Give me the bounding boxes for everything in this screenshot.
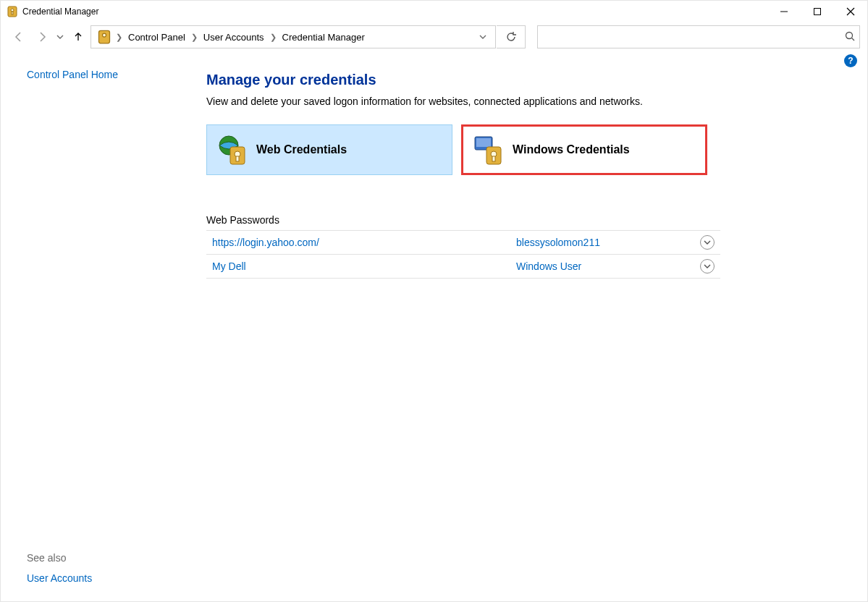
web-credentials-label: Web Credentials [256, 143, 347, 156]
svg-rect-16 [476, 138, 491, 147]
search-box[interactable] [537, 25, 860, 48]
search-icon [845, 31, 855, 43]
svg-line-10 [852, 38, 855, 41]
page-subtext: View and delete your saved logon informa… [206, 96, 850, 107]
windows-credentials-label: Windows Credentials [513, 143, 630, 156]
web-credentials-tile[interactable]: Web Credentials [206, 124, 452, 175]
credential-manager-icon [97, 30, 111, 44]
titlebar: Credential Manager [1, 1, 867, 22]
help-button[interactable]: ? [844, 54, 857, 67]
forward-button[interactable] [31, 26, 53, 48]
breadcrumb-user-accounts[interactable]: User Accounts [199, 32, 269, 43]
breadcrumb-separator: ❯ [114, 33, 124, 42]
breadcrumb-root[interactable]: Control Panel [124, 32, 190, 43]
window-title: Credential Manager [22, 7, 98, 17]
web-passwords-header: Web Passwords [206, 210, 720, 230]
credential-site: My Dell [212, 260, 516, 272]
svg-rect-4 [814, 9, 821, 15]
window-controls [767, 1, 867, 22]
breadcrumb-separator: ❯ [269, 33, 278, 42]
minimize-button[interactable] [767, 1, 801, 22]
svg-rect-14 [236, 156, 239, 161]
svg-point-9 [846, 32, 853, 38]
svg-rect-2 [12, 12, 13, 14]
expand-button[interactable] [700, 235, 715, 250]
credential-manager-icon [7, 6, 18, 17]
svg-rect-19 [492, 156, 495, 161]
user-accounts-link[interactable]: User Accounts [27, 572, 189, 584]
see-also-label: See also [27, 552, 189, 564]
web-credentials-icon [216, 132, 250, 167]
windows-credentials-tile[interactable]: Windows Credentials [461, 124, 707, 175]
svg-point-1 [11, 9, 14, 12]
breadcrumb-separator: ❯ [190, 33, 199, 42]
credential-user: Windows User [516, 260, 700, 272]
svg-point-8 [103, 33, 106, 37]
address-bar-dropdown[interactable] [473, 31, 492, 43]
maximize-button[interactable] [801, 1, 834, 22]
up-button[interactable] [67, 26, 89, 48]
breadcrumb-credential-manager[interactable]: Credential Manager [278, 32, 369, 43]
back-button[interactable] [8, 26, 30, 48]
control-panel-home-link[interactable]: Control Panel Home [27, 69, 189, 80]
address-bar[interactable]: ❯ Control Panel ❯ User Accounts ❯ Creden… [90, 25, 496, 48]
credential-row[interactable]: My Dell Windows User [206, 254, 720, 279]
credentials-list: Web Passwords https://login.yahoo.com/ b… [206, 210, 720, 279]
recent-locations-button[interactable] [54, 33, 66, 41]
sidebar: Control Panel Home See also User Account… [1, 51, 189, 601]
expand-button[interactable] [700, 259, 715, 274]
nav-row: ❯ Control Panel ❯ User Accounts ❯ Creden… [1, 22, 867, 51]
credential-user: blessysolomon211 [516, 237, 700, 248]
page-heading: Manage your credentials [206, 72, 850, 88]
credential-row[interactable]: https://login.yahoo.com/ blessysolomon21… [206, 230, 720, 254]
windows-credentials-icon [472, 132, 507, 167]
body: ? Control Panel Home See also User Accou… [1, 51, 867, 601]
refresh-button[interactable] [497, 25, 526, 48]
main-content: Manage your credentials View and delete … [189, 51, 867, 601]
credential-site: https://login.yahoo.com/ [212, 237, 516, 248]
close-button[interactable] [834, 1, 867, 22]
credential-category-tiles: Web Credentials Windows Credentials [206, 124, 850, 175]
